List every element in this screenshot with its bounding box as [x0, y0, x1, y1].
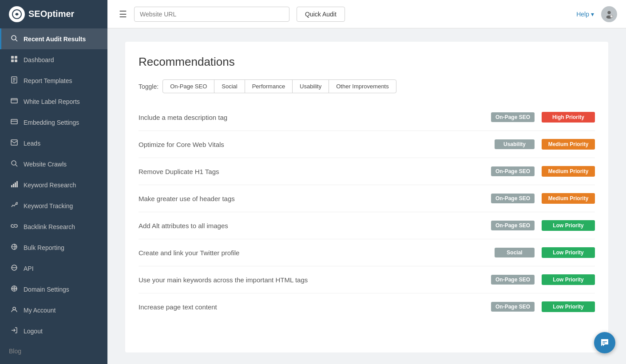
sidebar-item-keyword-tracking[interactable]: Keyword Tracking [0, 195, 107, 216]
svg-rect-22 [13, 184, 14, 187]
sidebar-item-domain-settings[interactable]: Domain Settings [0, 279, 107, 300]
sidebar-item-bulk-reporting[interactable]: Bulk Reporting [0, 237, 107, 258]
sidebar-item-api[interactable]: API [0, 258, 107, 279]
rec-category-badge: On-Page SEO [491, 166, 535, 176]
svg-rect-16 [11, 119, 17, 124]
svg-point-19 [12, 161, 16, 165]
sidebar-item-embedding[interactable]: Embedding Settings [0, 112, 107, 133]
rec-category-badge: On-Page SEO [491, 221, 535, 230]
recommendation-row: Make greater use of header tags On-Page … [139, 185, 595, 212]
sidebar-item-website-crawls[interactable]: Website Crawls [0, 154, 107, 174]
rec-priority-badge: Low Priority [542, 220, 595, 231]
svg-rect-21 [11, 185, 12, 187]
sidebar-item-dashboard[interactable]: Dashboard [0, 49, 107, 70]
sidebar-label-report-templates: Report Templates [24, 77, 72, 84]
chat-button[interactable] [594, 332, 615, 353]
quick-audit-button[interactable]: Quick Audit [297, 7, 345, 22]
sidebar: Recent Audit ResultsDashboardReport Temp… [0, 28, 107, 364]
recommendation-row: Remove Duplicate H1 Tags On-Page SEO Med… [139, 158, 595, 185]
sidebar-item-white-label[interactable]: White Label Reports [0, 91, 107, 112]
svg-line-20 [16, 165, 17, 166]
svg-point-1 [607, 11, 610, 14]
rec-title: Add Alt attributes to all images [139, 222, 491, 229]
help-menu[interactable]: Help ▾ [576, 11, 594, 18]
bulk-reporting-icon [10, 243, 18, 252]
rec-priority-badge: Low Priority [542, 274, 595, 285]
toggle-tabs: On-Page SEOSocialPerformanceUsabilityOth… [163, 79, 396, 93]
sidebar-blog[interactable]: Blog [0, 341, 107, 361]
recommendations-list: Include a meta description tag On-Page S… [139, 104, 595, 320]
content-area: Recommendations Toggle: On-Page SEOSocia… [107, 28, 626, 364]
rec-priority-badge: Low Priority [542, 247, 595, 258]
dashboard-icon [10, 55, 18, 64]
sidebar-label-dashboard: Dashboard [24, 56, 54, 63]
svg-point-4 [12, 36, 16, 40]
sidebar-label-keyword-tracking: Keyword Tracking [24, 202, 73, 210]
recommendation-row: Use your main keywords across the import… [139, 266, 595, 293]
rec-title: Include a meta description tag [139, 114, 491, 121]
api-icon [10, 264, 18, 273]
sidebar-item-my-account[interactable]: My Account [0, 300, 107, 320]
sidebar-item-keyword-research[interactable]: Keyword Research [0, 174, 107, 195]
white-label-icon [10, 97, 18, 106]
rec-category-badge: On-Page SEO [491, 275, 535, 285]
tab-usability[interactable]: Usability [292, 79, 329, 93]
svg-rect-14 [11, 99, 17, 103]
svg-rect-9 [15, 59, 17, 62]
rec-priority-badge: High Priority [542, 112, 595, 123]
recommendation-row: Create and link your Twitter profile Soc… [139, 239, 595, 266]
svg-point-25 [16, 202, 18, 204]
leads-icon [10, 139, 18, 147]
rec-title: Use your main keywords across the import… [139, 276, 491, 284]
tab-onpage[interactable]: On-Page SEO [162, 79, 214, 93]
sidebar-item-recent-audit[interactable]: Recent Audit Results [0, 28, 107, 49]
sidebar-label-recent-audit: Recent Audit Results [24, 36, 86, 43]
recommendation-row: Increase page text content On-Page SEO L… [139, 293, 595, 320]
avatar[interactable] [601, 6, 617, 22]
url-input[interactable] [134, 7, 289, 22]
rec-category-badge: On-Page SEO [491, 112, 535, 122]
help-chevron-icon: ▾ [591, 11, 594, 18]
recommendations-panel: Recommendations Toggle: On-Page SEOSocia… [125, 42, 608, 352]
rec-category-badge: On-Page SEO [491, 302, 535, 312]
logo-icon [9, 6, 25, 22]
sidebar-item-backlink[interactable]: Backlink Research [0, 216, 107, 237]
rec-category-badge: Social [495, 248, 535, 257]
main-layout: Recent Audit ResultsDashboardReport Temp… [0, 28, 626, 364]
rec-category-badge: On-Page SEO [491, 194, 535, 203]
sidebar-label-bulk-reporting: Bulk Reporting [24, 244, 64, 251]
toggle-label: Toggle: [139, 83, 158, 90]
sidebar-item-logout[interactable]: Logout [0, 320, 107, 341]
tab-other[interactable]: Other Improvements [329, 79, 396, 93]
svg-rect-24 [16, 181, 18, 187]
keyword-research-icon [10, 181, 18, 189]
sidebar-label-my-account: My Account [24, 307, 55, 314]
svg-rect-18 [11, 140, 17, 145]
rec-title: Make greater use of header tags [139, 195, 491, 202]
svg-point-30 [13, 307, 16, 310]
rec-priority-badge: Medium Priority [542, 193, 595, 204]
sidebar-item-report-templates[interactable]: Report Templates [0, 70, 107, 91]
sidebar-label-keyword-research: Keyword Research [24, 182, 76, 189]
tab-performance[interactable]: Performance [245, 79, 293, 93]
recommendation-row: Optimize for Core Web Vitals Usability M… [139, 131, 595, 158]
tab-social[interactable]: Social [214, 79, 245, 93]
rec-title: Optimize for Core Web Vitals [139, 141, 495, 148]
sidebar-item-leads[interactable]: Leads [0, 133, 107, 154]
svg-rect-23 [15, 182, 16, 187]
rec-category-badge: Usability [495, 139, 535, 149]
logo-text: SEOptimer [28, 9, 74, 19]
recommendation-row: Include a meta description tag On-Page S… [139, 104, 595, 131]
keyword-tracking-icon [10, 202, 18, 210]
my-account-icon [10, 306, 18, 314]
rec-priority-badge: Medium Priority [542, 139, 595, 150]
rec-priority-badge: Medium Priority [542, 166, 595, 177]
sidebar-label-white-label: White Label Reports [24, 98, 80, 105]
logo: SEOptimer [0, 0, 107, 28]
svg-rect-34 [602, 343, 605, 344]
report-templates-icon [10, 76, 18, 85]
menu-icon[interactable]: ☰ [119, 9, 127, 20]
website-crawls-icon [10, 160, 18, 168]
rec-title: Create and link your Twitter profile [139, 249, 495, 257]
sidebar-label-logout: Logout [24, 328, 43, 335]
